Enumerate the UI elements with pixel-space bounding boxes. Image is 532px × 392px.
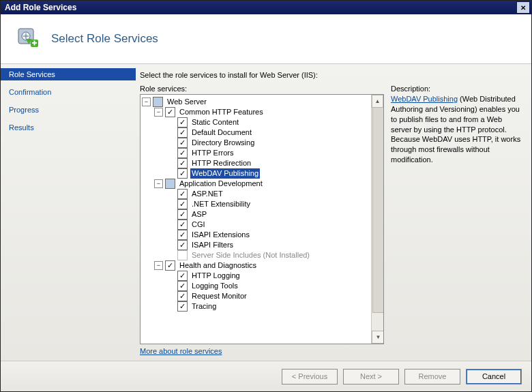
tree-node[interactable]: Server Side Includes (Not Installed) xyxy=(166,250,371,260)
tree-node-label[interactable]: CGI xyxy=(190,220,207,230)
scroll-thumb[interactable] xyxy=(372,107,384,313)
collapse-icon[interactable]: − xyxy=(154,261,163,270)
tree-checkbox[interactable] xyxy=(177,220,188,230)
tree-checkbox[interactable] xyxy=(165,107,175,117)
tree-node[interactable]: ASP xyxy=(166,209,371,220)
tree-checkbox[interactable] xyxy=(177,117,188,127)
tree-checkbox xyxy=(177,250,188,260)
description-text: WebDAV Publishing (Web Distributed Autho… xyxy=(391,94,522,165)
tree-node-label[interactable]: Static Content xyxy=(190,117,240,127)
tree-checkbox[interactable] xyxy=(165,260,175,271)
tree-node[interactable]: ISAPI Filters xyxy=(166,240,371,250)
tree-node[interactable]: ISAPI Extensions xyxy=(166,230,371,240)
description-link[interactable]: WebDAV Publishing xyxy=(391,95,458,103)
tree-scrollbar[interactable]: ▲ ▼ xyxy=(371,95,383,344)
collapse-icon[interactable]: − xyxy=(142,97,151,106)
tree-node-label[interactable]: Application Development xyxy=(178,179,264,189)
next-button[interactable]: Next > xyxy=(343,369,399,385)
collapse-icon[interactable]: − xyxy=(154,179,163,188)
tree-checkbox[interactable] xyxy=(177,148,188,158)
tree-node[interactable]: ASP.NET xyxy=(166,189,371,199)
tree-node-label[interactable]: HTTP Errors xyxy=(190,148,235,158)
previous-button[interactable]: < Previous xyxy=(282,369,338,385)
tree-node-label[interactable]: .NET Extensibility xyxy=(190,199,252,209)
cancel-button[interactable]: Cancel xyxy=(466,369,522,385)
nav-confirmation[interactable]: Confirmation xyxy=(1,86,136,98)
tree-checkbox[interactable] xyxy=(177,291,188,301)
tree-checkbox[interactable] xyxy=(177,189,188,199)
tree-node-label[interactable]: WebDAV Publishing xyxy=(190,168,260,179)
tree-node-label[interactable]: Request Monitor xyxy=(190,291,248,301)
tree-checkbox[interactable] xyxy=(177,240,188,250)
tree-node-label[interactable]: ISAPI Extensions xyxy=(190,230,251,240)
more-about-role-services-link[interactable]: More about role services xyxy=(140,347,384,355)
close-button[interactable]: ✕ xyxy=(516,1,530,14)
tree-node-label[interactable]: Default Document xyxy=(190,127,253,138)
tree-checkbox[interactable] xyxy=(177,127,188,138)
tree-checkbox[interactable] xyxy=(177,199,188,209)
page-title: Select Role Services xyxy=(51,32,158,46)
nav-role-services[interactable]: Role Services xyxy=(1,68,136,80)
tree-node-label[interactable]: HTTP Logging xyxy=(190,271,241,281)
tree-node-label[interactable]: ASP xyxy=(190,209,208,220)
wizard-nav: Role Services Confirmation Progress Resu… xyxy=(1,64,136,361)
tree-node[interactable]: −Web Server xyxy=(142,97,371,107)
tree-node[interactable]: HTTP Redirection xyxy=(166,158,371,168)
tree-node[interactable]: CGI xyxy=(166,220,371,230)
remove-button[interactable]: Remove xyxy=(404,369,460,385)
tree-node-label[interactable]: HTTP Redirection xyxy=(190,158,252,168)
tree-node[interactable]: Static Content xyxy=(166,117,371,127)
tree-node-label[interactable]: ISAPI Filters xyxy=(190,240,235,250)
tree-node[interactable]: −Health and Diagnostics xyxy=(154,260,371,271)
title-bar[interactable]: Add Role Services ✕ xyxy=(1,1,531,14)
tree-node[interactable]: Directory Browsing xyxy=(166,138,371,148)
tree-checkbox[interactable] xyxy=(177,209,188,220)
tree-node[interactable]: Request Monitor xyxy=(166,291,371,301)
tree-node[interactable]: Tracing xyxy=(166,301,371,312)
wizard-header: Select Role Services xyxy=(1,14,531,64)
nav-results[interactable]: Results xyxy=(1,121,136,134)
tree-checkbox[interactable] xyxy=(177,230,188,240)
tree-checkbox[interactable] xyxy=(165,179,175,189)
tree-node[interactable]: .NET Extensibility xyxy=(166,199,371,209)
tree-checkbox[interactable] xyxy=(153,97,163,107)
collapse-icon[interactable]: − xyxy=(154,108,163,117)
window-title: Add Role Services xyxy=(5,3,76,12)
wizard-footer: < Previous Next > Remove Cancel xyxy=(1,361,531,391)
tree-node-label[interactable]: Common HTTP Features xyxy=(178,107,265,117)
instruction-text: Select the role services to install for … xyxy=(140,71,522,79)
tree-checkbox[interactable] xyxy=(177,168,188,179)
description-label: Description: xyxy=(391,85,522,93)
tree-node-label[interactable]: Logging Tools xyxy=(190,281,239,291)
tree-node[interactable]: Default Document xyxy=(166,127,371,138)
tree-node[interactable]: HTTP Errors xyxy=(166,148,371,158)
tree-checkbox[interactable] xyxy=(177,271,188,281)
scroll-up-button[interactable]: ▲ xyxy=(372,95,383,108)
tree-node-label[interactable]: Web Server xyxy=(166,97,208,107)
scroll-down-button[interactable]: ▼ xyxy=(372,331,384,344)
tree-node-label[interactable]: Tracing xyxy=(190,301,218,312)
tree-node[interactable]: HTTP Logging xyxy=(166,271,371,281)
tree-checkbox[interactable] xyxy=(177,138,188,148)
tree-node[interactable]: Logging Tools xyxy=(166,281,371,291)
tree-node[interactable]: −Common HTTP Features xyxy=(154,107,371,117)
nav-progress[interactable]: Progress xyxy=(1,104,136,116)
tree-node[interactable]: WebDAV Publishing xyxy=(166,168,371,179)
tree-checkbox[interactable] xyxy=(177,301,188,312)
tree-node-label[interactable]: ASP.NET xyxy=(190,189,224,199)
tree-node[interactable]: −Application Development xyxy=(154,179,371,189)
tree-checkbox[interactable] xyxy=(177,281,188,291)
role-services-label: Role services: xyxy=(140,85,384,93)
tree-checkbox[interactable] xyxy=(177,158,188,168)
add-role-services-window: Add Role Services ✕ Select Role Services… xyxy=(0,0,532,392)
tree-node-label[interactable]: Health and Diagnostics xyxy=(178,260,258,271)
tree-node-label[interactable]: Directory Browsing xyxy=(190,138,256,148)
role-services-tree[interactable]: −Web Server−Common HTTP FeaturesStatic C… xyxy=(140,94,384,344)
tree-node-label[interactable]: Server Side Includes (Not Installed) xyxy=(190,250,311,260)
wizard-icon xyxy=(16,27,39,50)
